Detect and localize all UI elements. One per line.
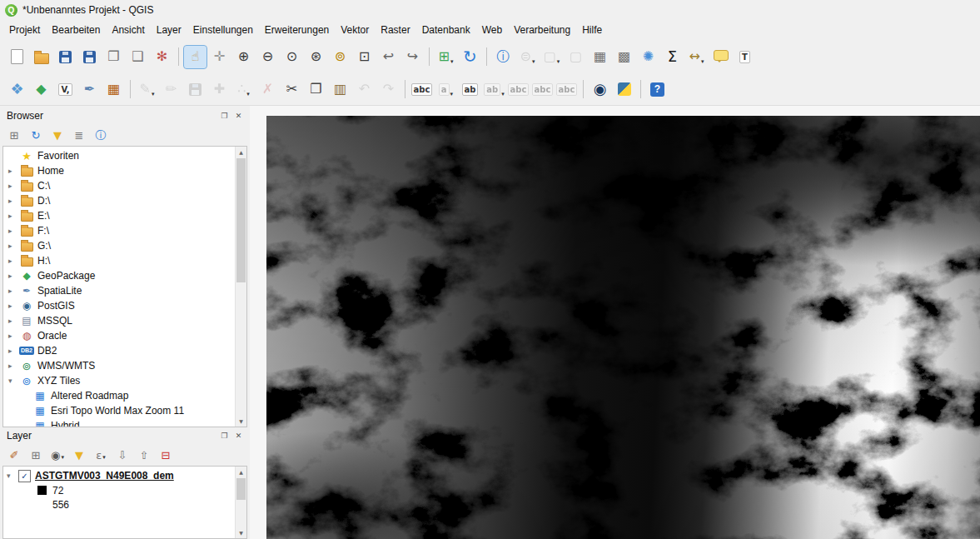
layer-labeling-button[interactable]: abc [410,78,433,101]
menu-raster[interactable]: Raster [375,22,415,38]
layer-item-astgtmv003-n49e008-dem[interactable]: ▾✓ASTGTMV003_N49E008_dem [3,468,246,483]
browser-item-esri-topo-world-max-zoom-11[interactable]: ▦Esri Topo World Max Zoom 11 [3,403,246,418]
scroll-up-icon[interactable]: ▲ [236,467,246,477]
expander-closed-icon[interactable]: ▸ [8,272,16,280]
menu-bearbeiten[interactable]: Bearbeiten [46,22,106,38]
move-label-button[interactable]: abc [507,78,530,101]
filter-browser-button[interactable]: ▼ [47,126,67,144]
identify-features-button[interactable]: ⓘ [492,46,515,68]
scroll-track[interactable] [236,157,246,416]
undo-button[interactable]: ↶ [353,78,376,101]
expander-closed-icon[interactable]: ▸ [8,242,16,250]
layer-close-icon[interactable]: ✕ [231,430,246,442]
cut-features-button[interactable]: ✂ [281,78,303,101]
measure-line-button[interactable]: ↔▾ [685,46,708,68]
expander-closed-icon[interactable]: ▸ [8,362,16,370]
pan-to-selection-button[interactable]: ✛ [208,46,231,68]
add-selected-layers-button[interactable]: ⊞ [4,126,24,144]
deselect-features-button[interactable]: ▢ [565,46,587,68]
zoom-full-button[interactable]: ⊛ [305,46,327,68]
scroll-up-icon[interactable]: ▲ [236,147,246,157]
menu-ansicht[interactable]: Ansicht [106,22,150,38]
scroll-down-icon[interactable]: ▼ [236,527,246,538]
properties-widget-button[interactable]: ⓘ [91,126,111,144]
scroll-thumb[interactable] [236,478,246,500]
manage-map-themes-button[interactable]: ◉▾ [47,446,67,464]
new-spatialite-layer-button[interactable]: ✒ [78,78,101,101]
browser-item-h[interactable]: ▸H:\ [3,253,246,268]
browser-item-oracle[interactable]: ▸◍Oracle [3,328,246,343]
toggle-editing-button[interactable]: ✏ [160,78,182,101]
data-source-manager-button[interactable]: ❖ [6,78,28,101]
layer-visibility-checkbox[interactable]: ✓ [18,470,31,482]
browser-scrollbar[interactable]: ▲ ▼ [235,147,246,427]
scroll-down-icon[interactable]: ▼ [236,416,246,427]
rotate-label-button[interactable]: abc [531,78,554,101]
filter-by-expression-button[interactable]: ε▾ [91,446,111,464]
browser-item-c[interactable]: ▸C:\ [3,178,246,193]
expander-closed-icon[interactable]: ▸ [8,257,16,265]
style-manager-button[interactable]: ✻ [151,46,173,68]
show-hide-labels-button[interactable]: ab▾ [483,78,505,101]
pin-labels-button[interactable]: a▾ [435,78,457,101]
paste-features-button[interactable]: ▥ [329,78,351,101]
select-features-button[interactable]: ▢▾ [540,46,563,68]
save-layer-edits-button[interactable] [184,78,206,101]
browser-item-spatialite[interactable]: ▸✒SpatiaLite [3,283,246,298]
browser-item-postgis[interactable]: ▸◉PostGIS [3,298,246,313]
zoom-in-button[interactable]: ⊕ [232,46,255,68]
expander-closed-icon[interactable]: ▸ [8,197,16,205]
browser-item-xyz-tiles[interactable]: ▾⊚XYZ Tiles [3,373,246,388]
layer-undock-icon[interactable]: ❐ [217,430,231,442]
new-geopackage-layer-button[interactable]: ◆ [30,78,52,101]
map-tips-button[interactable] [709,46,732,68]
expander-closed-icon[interactable]: ▸ [8,182,16,190]
python-console-button[interactable] [613,78,635,101]
open-attribute-table-button[interactable]: ▦ [589,46,611,68]
new-project-button[interactable] [6,46,28,68]
layer-scrollbar[interactable]: ▲ ▼ [235,467,246,538]
zoom-to-selection-button[interactable]: ⊚ [329,46,351,68]
processing-toolbox-button[interactable]: ✺ [637,46,659,68]
expander-closed-icon[interactable]: ▸ [8,332,16,340]
layout-manager-button[interactable]: ❑ [127,46,149,68]
browser-item-hybrid[interactable]: ▦Hybrid [3,418,246,427]
menu-vektor[interactable]: Vektor [335,22,375,38]
browser-item-home[interactable]: ▸Home [3,163,246,178]
browser-item-wms-wmts[interactable]: ▸⊚WMS/WMTS [3,358,246,373]
browser-item-favoriten[interactable]: ★Favoriten [3,148,246,163]
browser-undock-icon[interactable]: ❐ [217,110,231,122]
new-print-layout-button[interactable]: ❐ [102,46,125,68]
browser-item-geopackage[interactable]: ▸◆GeoPackage [3,268,246,283]
help-contents-button[interactable]: ? [646,78,669,101]
map-canvas[interactable] [250,106,980,539]
browser-close-icon[interactable]: ✕ [231,110,246,122]
new-map-view-button[interactable]: ⊞▾ [435,46,457,68]
refresh-browser-button[interactable]: ↻ [26,126,46,144]
menu-layer[interactable]: Layer [151,22,187,38]
zoom-native-resolution-button[interactable]: ⊙ [281,46,303,68]
browser-item-mssql[interactable]: ▸▤MSSQL [3,313,246,328]
zoom-last-button[interactable]: ↩ [377,46,400,68]
browser-item-altered-roadmap[interactable]: ▦Altered Roadmap [3,388,246,403]
expander-closed-icon[interactable]: ▸ [8,167,16,175]
refresh-map-button[interactable]: ↻ [459,46,481,68]
expand-all-button[interactable]: ⇩ [112,446,132,464]
save-project-as-button[interactable] [78,46,101,68]
expander-closed-icon[interactable]: ▸ [8,212,16,220]
add-group-button[interactable]: ⊞ [26,446,46,464]
menu-datenbank[interactable]: Datenbank [416,22,476,38]
copy-features-button[interactable]: ❐ [305,78,327,101]
collapse-all-button[interactable]: ≣ [69,126,89,144]
browser-item-f[interactable]: ▸F:\ [3,223,246,238]
menu-web[interactable]: Web [476,22,508,38]
expander-closed-icon[interactable]: ▸ [8,347,16,355]
statistics-summary-button[interactable]: Σ [661,46,684,68]
expander-closed-icon[interactable]: ▸ [8,302,16,310]
scroll-thumb[interactable] [236,158,246,282]
browser-item-d[interactable]: ▸D:\ [3,193,246,208]
collapse-all-layers-button[interactable]: ⇧ [134,446,154,464]
redo-button[interactable]: ↷ [377,78,400,101]
current-edits-button[interactable]: ✎▾ [136,78,158,101]
menu-projekt[interactable]: Projekt [3,22,46,38]
